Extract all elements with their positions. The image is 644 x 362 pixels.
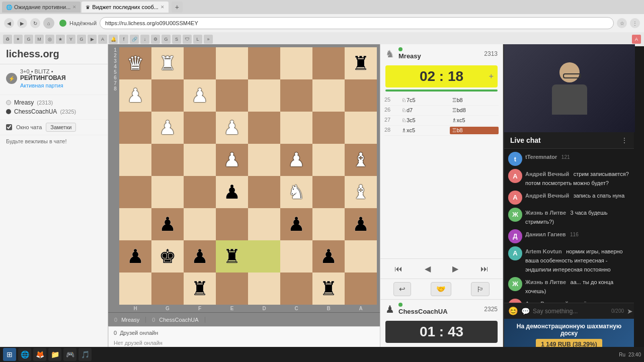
ext-icon-6[interactable]: ★ [56,35,65,44]
home-button[interactable]: ⌂ [43,18,54,29]
b5[interactable] [312,176,345,208]
ext-icon-20[interactable]: » [204,35,213,44]
b8[interactable]: ♜ [312,273,345,305]
last-move-button[interactable]: ⏭ [477,262,492,276]
refresh-button[interactable]: ↻ [30,18,40,28]
b7[interactable]: ♟ [312,240,345,273]
b1[interactable] [312,47,345,79]
chat-icon-button[interactable]: 💬 [521,307,530,315]
d8[interactable] [248,273,280,305]
d1[interactable] [248,47,280,79]
notes-button[interactable]: Заметки [46,123,76,132]
f6[interactable] [184,208,216,240]
c1[interactable] [280,47,312,79]
e6[interactable] [216,208,248,240]
h5[interactable] [119,176,151,208]
chat-checkbox[interactable] [6,124,12,130]
ext-icon-5[interactable]: ◎ [45,35,54,44]
chess-board[interactable]: ♛ ♜ ♜ ♟ ♟ [119,47,377,305]
first-move-button[interactable]: ⏮ [391,262,406,276]
player-white[interactable]: Mreasy (2313) [6,98,102,107]
resign-button[interactable]: 🏳 [471,282,490,296]
d4[interactable] [248,144,280,176]
ext-icon-18[interactable]: 🛡 [183,35,192,44]
move-27-black[interactable]: ♗xc5 [450,117,499,124]
chat-options-button[interactable]: ⋮ [621,136,628,144]
back-button[interactable]: ◀ [4,18,14,28]
tab-2[interactable]: ♛ Виджет последних сооб... ✕ [82,2,169,13]
taskbar-chrome[interactable]: 🌐 [18,348,31,361]
a4[interactable]: ♝ [345,144,377,176]
draw-button[interactable]: 🤝 [431,282,451,296]
a1[interactable]: ♜ [345,47,377,79]
g8[interactable] [151,273,184,305]
e7[interactable]: ♜ [216,240,248,273]
d7[interactable] [248,240,280,273]
g7[interactable]: ♚ [151,240,184,273]
b3[interactable] [312,112,345,144]
ext-icon-10[interactable]: A [98,35,107,44]
ext-icon-16[interactable]: G [162,35,171,44]
timer-plus-icon[interactable]: ＋ [488,72,495,81]
site-logo[interactable]: lichess.org [0,44,108,64]
e8[interactable] [216,273,248,305]
ext-icon-19[interactable]: L [193,35,202,44]
taskbar-folder[interactable]: 📁 [48,348,61,361]
h7[interactable]: ♟ [119,240,151,273]
a7[interactable] [345,240,377,273]
c3[interactable] [280,112,312,144]
g4[interactable] [151,144,184,176]
c2[interactable] [280,79,312,112]
a3[interactable] [345,112,377,144]
e3[interactable]: ♟ [216,112,248,144]
b4[interactable] [312,144,345,176]
f7[interactable]: ♟ [184,240,216,273]
g6[interactable]: ♟ [151,208,184,240]
e4[interactable]: ♟ [216,144,248,176]
c5[interactable]: ♞ [280,176,312,208]
f1[interactable] [184,47,216,79]
g1[interactable]: ♜ [151,47,184,79]
h8[interactable] [119,273,151,305]
d3[interactable] [248,112,280,144]
f4[interactable] [184,144,216,176]
ext-icon-15[interactable]: ⚙ [151,35,160,44]
ext-icon-11[interactable]: 🔔 [109,35,118,44]
move-26-black[interactable]: ♖bd8 [450,107,499,114]
address-bar[interactable] [100,17,614,29]
e2[interactable] [216,79,248,112]
b2[interactable] [312,79,345,112]
g5[interactable] [151,176,184,208]
taskbar-start[interactable]: ⊞ [3,348,16,361]
move-26-white[interactable]: ♘d7 [399,107,449,114]
taskbar-firefox[interactable]: 🦊 [33,348,46,361]
a6[interactable]: ♟ [345,208,377,240]
h6[interactable] [119,208,151,240]
ext-icon-2[interactable]: ✦ [14,35,23,44]
a5[interactable]: ♝ [345,176,377,208]
send-button[interactable]: ➤ [627,307,633,315]
tab-1[interactable]: 🌐 Ожидание противни... ✕ [2,2,80,13]
b6[interactable] [312,208,345,240]
ext-icon-7[interactable]: Y [66,35,75,44]
h2[interactable]: ♟ [119,79,151,112]
ext-icon-3[interactable]: G [24,35,33,44]
emoji-button[interactable]: 😊 [508,306,518,316]
move-28-white[interactable]: ♗xc5 [399,127,449,134]
c4[interactable]: ♟ [280,144,312,176]
move-27-white[interactable]: ♘3c5 [399,117,449,124]
d2[interactable] [248,79,280,112]
ext-icon-12[interactable]: f [119,35,128,44]
f3[interactable] [184,112,216,144]
h3[interactable] [119,112,151,144]
ext-icon-13[interactable]: 🔗 [130,35,139,44]
move-28-black[interactable]: ♖b8 [450,127,499,134]
e1[interactable] [216,47,248,79]
taskbar-app2[interactable]: 🎵 [78,348,92,361]
f5[interactable] [184,176,216,208]
e5[interactable]: ♟ [216,176,248,208]
forward-button[interactable]: ▶ [17,18,27,28]
d6[interactable] [248,208,280,240]
f8[interactable]: ♜ [184,273,216,305]
move-25-white[interactable]: ♘7c5 [399,97,449,104]
